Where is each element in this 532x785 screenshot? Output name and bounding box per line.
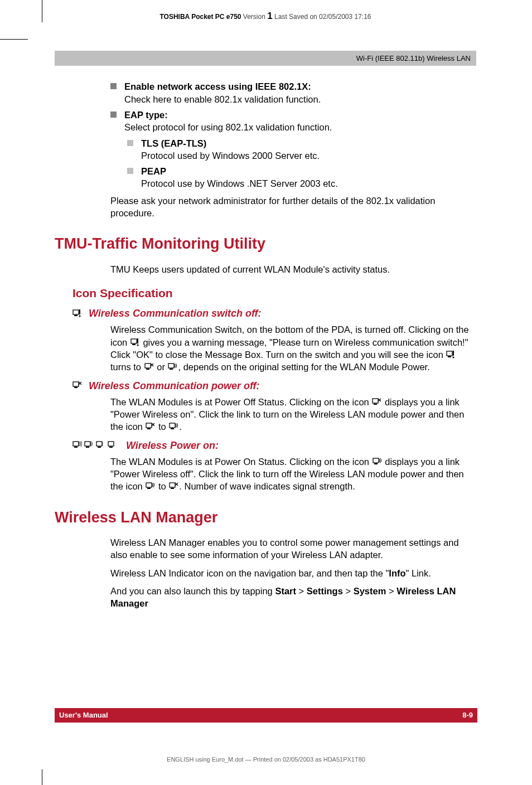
svg-rect-17 — [170, 369, 173, 370]
version-label: Version — [243, 13, 265, 21]
svg-rect-34 — [85, 442, 90, 446]
wlan-power-on-icon — [146, 482, 155, 491]
running-header: TOSHIBA Pocket PC e750 Version 1 Last Sa… — [55, 10, 476, 23]
wlan-switch-off-icon — [130, 338, 140, 347]
wlan-power-off-icon — [169, 482, 178, 491]
svg-rect-32 — [73, 442, 79, 446]
wlan-signal-2-icon — [84, 440, 94, 450]
tmu-intro: TMU Keeps users updated of current WLAN … — [110, 263, 476, 275]
svg-rect-4 — [131, 339, 137, 343]
svg-rect-36 — [96, 442, 102, 446]
wlm-heading: Wireless LAN Manager — [55, 507, 476, 527]
wlan-power-off-icon — [146, 422, 155, 432]
wlan-signal-3-icon — [72, 440, 82, 450]
power-on-paragraph: The WLAN Modules is at Power On Status. … — [110, 456, 476, 493]
product-name: TOSHIBA Pocket PC e750 — [159, 13, 241, 21]
tls-title: TLS (EAP-TLS) — [141, 137, 476, 149]
wlm-p3: And you can also launch this by tapping … — [110, 585, 476, 610]
enable-8021x-body: Check here to enable 802.1x validation f… — [124, 93, 476, 105]
peap-title: PEAP — [141, 165, 476, 177]
svg-rect-12 — [145, 364, 151, 368]
footer-page-number: 8-9 — [462, 710, 473, 720]
svg-rect-38 — [108, 442, 114, 446]
svg-rect-41 — [374, 463, 378, 464]
wlan-switch-off-icon — [72, 309, 82, 318]
peap-body: Protocol use by Windows .NET Server 2003… — [141, 177, 476, 190]
svg-rect-44 — [170, 483, 175, 487]
svg-rect-39 — [109, 447, 113, 448]
version-number: 1 — [267, 11, 272, 21]
wlm-p1: Wireless LAN Manager enables you to cont… — [110, 536, 476, 561]
svg-rect-33 — [74, 447, 78, 448]
icon-spec-heading: Icon Specification — [72, 285, 476, 301]
saved-timestamp: Last Saved on 02/05/2003 17:16 — [274, 13, 371, 21]
svg-point-11 — [453, 357, 454, 358]
enable-8021x-title: Enable network access using IEEE 802.1X: — [124, 80, 476, 93]
svg-rect-45 — [171, 488, 174, 489]
svg-rect-35 — [86, 447, 89, 448]
svg-rect-40 — [373, 458, 379, 463]
svg-rect-23 — [374, 404, 377, 405]
svg-rect-26 — [146, 423, 152, 428]
tmu-heading: TMU-Traffic Monitoring Utility — [55, 234, 476, 254]
svg-rect-16 — [168, 364, 174, 368]
svg-point-7 — [137, 344, 138, 346]
switch-off-paragraph: Wireless Communication Switch, on the bo… — [110, 323, 476, 373]
wlan-power-on-icon — [168, 362, 177, 372]
bullet-icon — [127, 168, 133, 174]
bullet-icon — [110, 112, 117, 118]
switch-off-heading: Wireless Communication switch off: — [89, 307, 262, 320]
svg-rect-22 — [373, 399, 378, 403]
wlan-power-off-icon — [372, 398, 381, 407]
svg-rect-37 — [98, 447, 101, 448]
section-path-bar: Wi-Fi (IEEE 802.11b) Wireless LAN — [55, 51, 476, 66]
wlan-signal-1-icon — [96, 440, 105, 450]
svg-rect-31 — [171, 428, 174, 429]
wlan-power-on-icon — [373, 457, 382, 467]
svg-rect-30 — [170, 423, 175, 428]
svg-rect-13 — [146, 369, 149, 370]
svg-rect-42 — [146, 483, 152, 487]
svg-rect-19 — [74, 387, 78, 388]
wlm-p2: Wireless LAN Indicator icon on the navig… — [110, 567, 476, 579]
wlan-power-on-icon — [169, 422, 178, 432]
bullet-icon — [127, 140, 133, 146]
eap-type-title: EAP type: — [124, 109, 476, 121]
tls-body: Protocol used by Windows 2000 Server etc… — [141, 149, 476, 162]
svg-rect-9 — [448, 356, 451, 357]
bullet-icon — [110, 83, 117, 89]
power-off-heading: Wireless Communication power off: — [89, 379, 260, 392]
svg-rect-0 — [73, 310, 79, 314]
wlan-power-off-icon — [72, 381, 82, 390]
wlan-signal-0-icon — [108, 440, 117, 450]
wlan-power-off-icon — [144, 362, 154, 372]
ask-admin-note: Please ask your network administrator fo… — [110, 195, 476, 220]
footer-print-line: ENGLISH using Euro_M.dot — Printed on 02… — [0, 755, 532, 764]
svg-rect-5 — [132, 344, 136, 345]
power-on-heading: Wireless Power on: — [126, 439, 219, 452]
svg-rect-27 — [147, 428, 151, 429]
wlan-switch-off-icon — [446, 350, 456, 360]
power-off-paragraph: The WLAN Modules is at Power Off Status.… — [110, 396, 476, 433]
svg-point-3 — [79, 315, 81, 317]
svg-rect-43 — [147, 488, 151, 489]
svg-rect-18 — [73, 382, 79, 386]
svg-rect-1 — [74, 315, 78, 316]
footer-bar: User's Manual 8-9 — [55, 708, 477, 723]
svg-rect-8 — [447, 351, 452, 356]
footer-left: User's Manual — [59, 710, 108, 720]
eap-type-body: Select protocol for using 802.1x validat… — [124, 121, 476, 133]
